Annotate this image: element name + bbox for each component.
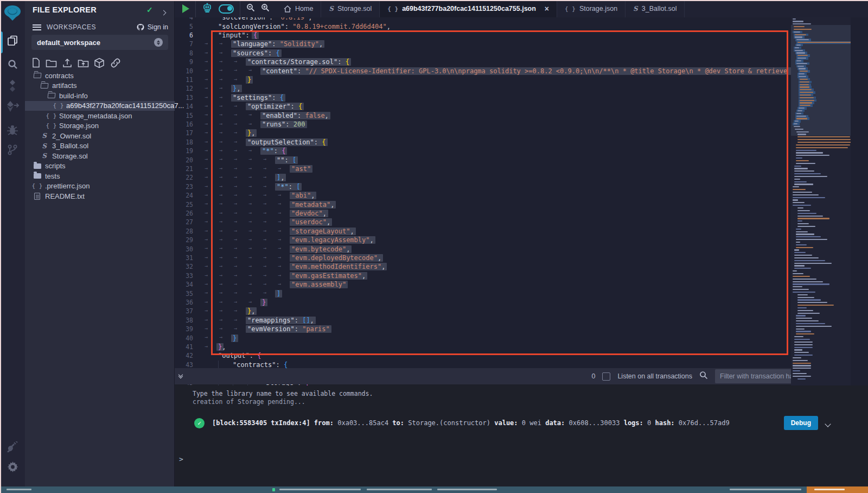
code-line-38: 38→→→"remappings": [], <box>175 316 314 325</box>
tab-3-ballot-sol[interactable]: S3_Ballot.sol <box>626 0 685 17</box>
tree-item-label: scripts <box>45 162 66 170</box>
plugin-manager-icon[interactable] <box>0 439 25 455</box>
tab-bar: HomeSStorage.sol{ }a69b43f277ba20fcac141… <box>175 0 868 17</box>
workspaces-menu-icon[interactable] <box>33 24 41 30</box>
tree-item-label: 2_Owner.sol <box>52 132 91 140</box>
tree-item-storage-sol[interactable]: SStorage.sol <box>25 151 175 161</box>
tree-item-label: build-info <box>59 92 88 100</box>
file-tree: contractsartifactsbuild-info{ }a69b43f27… <box>25 71 175 201</box>
file-explorer-panel: FILE EXPLORER ✓ WORKSPACES Sign in defau… <box>25 0 175 486</box>
terminal-prompt: > <box>179 455 183 463</box>
solidity-compiler-icon[interactable] <box>0 78 25 94</box>
code-line-39: 39→→→"evmVersion": "paris" <box>175 325 330 333</box>
deploy-and-run-icon[interactable] <box>0 98 25 115</box>
tab-home[interactable]: Home <box>276 0 321 17</box>
solidity-file-icon: S <box>329 5 334 12</box>
tab-storage-sol[interactable]: SStorage.sol <box>321 0 380 17</box>
tree-item-contracts[interactable]: contracts <box>25 71 175 81</box>
text-file-icon <box>33 193 42 200</box>
folder-icon <box>33 163 42 169</box>
code-line-20: 20→→→→→"": [ <box>175 155 296 164</box>
new-file-icon[interactable] <box>31 58 41 68</box>
search-icon[interactable] <box>0 56 25 72</box>
theme-toggle[interactable] <box>219 4 234 14</box>
run-script-button[interactable] <box>182 4 189 13</box>
home-icon <box>284 5 291 12</box>
code-line-9: 9→→→"contracts/Storage.sol": { <box>175 58 349 66</box>
code-line-23: 23→→→→→"*": [ <box>175 182 300 191</box>
screenshot-edge-artifact <box>0 0 1 493</box>
tree-item-readme-txt[interactable]: README.txt <box>25 191 175 201</box>
remix-logo-icon[interactable] <box>0 3 25 23</box>
json-file-icon: { } <box>47 112 56 119</box>
git-icon[interactable] <box>0 142 25 158</box>
minimap[interactable] <box>791 17 851 385</box>
upload-folder-icon[interactable] <box>78 58 89 68</box>
transaction-log-text: [block:5583405 txIndex:4] from: 0xa03...… <box>212 419 730 427</box>
folder-open-icon <box>40 83 49 89</box>
workspace-caret-icon <box>154 38 163 47</box>
tab-storage-json[interactable]: { }Storage.json <box>557 0 626 17</box>
remix-ai-assistant-icon[interactable] <box>202 2 213 15</box>
code-line-27: 27→→→→→→"userdoc", <box>175 218 330 226</box>
debug-button[interactable]: Debug <box>784 416 818 430</box>
tree-item-3-ballot-sol[interactable]: S3_Ballot.sol <box>25 141 175 151</box>
tree-item-label: artifacts <box>52 81 77 90</box>
close-tab-icon[interactable]: × <box>545 4 549 13</box>
solidity-file-icon: S <box>40 142 49 150</box>
upload-file-icon[interactable] <box>62 58 73 68</box>
file-explorer-icon[interactable] <box>0 33 25 49</box>
link-icon[interactable] <box>110 58 122 68</box>
tree-item-artifacts[interactable]: artifacts <box>25 81 175 91</box>
tree-item-label: .prettierrc.json <box>45 182 90 190</box>
debugger-icon[interactable] <box>0 122 25 138</box>
expand-terminal-icon[interactable] <box>179 375 182 378</box>
tree-item-a69b43f277ba20fcac141151250ca7-[interactable]: { }a69b43f277ba20fcac141151250ca7... <box>25 101 175 111</box>
tab-a69b43f277ba20fcac141151250ca755-json[interactable]: { }a69b43f277ba20fcac141151250ca755.json… <box>380 0 557 17</box>
new-folder-icon[interactable] <box>46 58 57 68</box>
json-file-icon: { } <box>565 5 576 12</box>
settings-gear-icon[interactable] <box>0 459 25 475</box>
tab-label: a69b43f277ba20fcac141151250ca755.json <box>402 5 536 12</box>
ipfs-box-icon[interactable] <box>94 58 105 68</box>
tree-item-label: Storage.sol <box>52 152 88 160</box>
panel-title: FILE EXPLORER <box>33 5 97 14</box>
tree-item-build-info[interactable]: build-info <box>25 91 175 101</box>
status-alert-segment[interactable] <box>807 486 868 493</box>
terminal-toolbar: 0 Listen on all transactions <box>175 368 868 384</box>
code-line-11: 11→→→} <box>175 75 251 84</box>
code-line-7: 7→→"language": "Solidity", <box>175 40 323 48</box>
code-line-32: 32→→→→→→"evm.methodIdentifiers", <box>175 262 385 271</box>
code-line-12: 12→→}, <box>175 84 240 93</box>
workspace-select[interactable]: default_workspace <box>31 35 168 50</box>
folder-open-icon <box>33 73 42 78</box>
expand-tx-details-icon[interactable] <box>826 418 830 428</box>
remix-ide-window: FILE EXPLORER ✓ WORKSPACES Sign in defau… <box>0 0 868 493</box>
terminal-output[interactable]: Type the library name to see available c… <box>175 384 868 486</box>
code-editor[interactable]: 4"solcVersion": "0.8.19",5"solcLongVersi… <box>175 17 868 385</box>
tree-item--prettierrc-json[interactable]: { }.prettierrc.json <box>25 181 175 192</box>
zoom-in-icon[interactable] <box>261 3 270 14</box>
code-line-16: 16→→→→"runs": 200 <box>175 120 305 129</box>
tree-item-storage-json[interactable]: { }Storage.json <box>25 121 175 131</box>
zoom-out-icon[interactable] <box>246 3 255 14</box>
tree-item-scripts[interactable]: scripts <box>25 161 175 172</box>
tree-item-2-owner-sol[interactable]: S2_Owner.sol <box>25 131 175 141</box>
code-line-41: 41→}, <box>175 343 226 351</box>
code-line-6: 6"input": { <box>175 31 257 40</box>
code-line-31: 31→→→→→→"evm.deployedBytecode", <box>175 254 381 262</box>
sign-in-button[interactable]: Sign in <box>136 23 168 31</box>
json-file-icon: { } <box>33 182 42 189</box>
code-line-35: 35→→→→→] <box>175 289 280 298</box>
tree-item-label: tests <box>45 172 60 180</box>
tree-item-tests[interactable]: tests <box>25 171 175 181</box>
tree-item-label: a69b43f277ba20fcac141151250ca7... <box>66 102 184 110</box>
tree-item-storage-metadata-json[interactable]: { }Storage_metadata.json <box>25 111 175 121</box>
tab-label: Storage.sol <box>337 5 372 12</box>
code-line-13: 13→→"settings": { <box>175 93 284 102</box>
explorer-toolbar <box>31 58 122 68</box>
chevron-right-icon[interactable] <box>162 7 165 17</box>
listen-all-transactions-checkbox[interactable] <box>602 372 610 381</box>
transaction-log-row[interactable]: ✓ [block:5583405 txIndex:4] from: 0xa03.… <box>194 416 830 430</box>
code-line-24: 24→→→→→→"abi", <box>175 191 315 200</box>
